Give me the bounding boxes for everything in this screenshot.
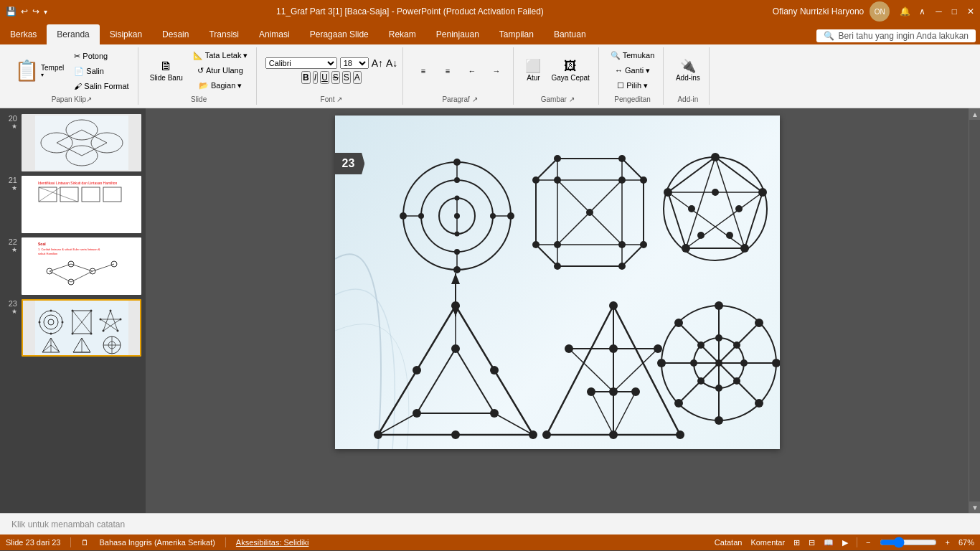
tab-file[interactable]: Berkas [0,24,47,44]
slide-img-21[interactable]: Identifikasi Lintasan Sirkuit dan Lintas… [22,176,141,233]
svg-point-35 [50,310,52,312]
svg-marker-129 [417,349,494,413]
find-btn[interactable]: 🔍 Temukan [606,49,659,62]
addins-label: Add-in [677,93,698,103]
copy-btn[interactable]: 📄 Salin [70,65,133,78]
atur-ulang-btn[interactable]: ↺ Atur Ulang [189,64,253,77]
slide-btns: 🗎 Slide Baru 📐 Tata Letak ▾ ↺ Atur Ulang… [146,49,253,93]
cut-btn[interactable]: ✂ Potong [70,50,133,63]
zoom-in[interactable]: + [946,538,950,547]
svg-text:sirkuit Hamilton: sirkuit Hamilton [38,252,57,255]
avatar: ON [870,1,890,22]
slide-img-22[interactable]: Soal 1. Carilah lintasan & sirkuit Euler… [22,237,141,295]
slide-img-20[interactable] [22,114,141,171]
scroll-down[interactable]: ▼ [969,501,980,513]
indent-inc-btn[interactable]: → [485,65,508,77]
tempel-btn[interactable]: 📋 Tempel ▾ [10,59,68,83]
svg-point-117 [740,244,749,253]
minimize-btn[interactable]: ─ [936,6,942,17]
tab-rekam[interactable]: Rekam [379,24,426,44]
font-size-up[interactable]: A↑ [372,57,383,69]
bullets-btn[interactable]: ≡ [412,65,435,77]
quick-style-btn[interactable]: 🖼 Gaya Cepat [547,57,593,84]
notes-bar[interactable]: Klik untuk menambah catatan [0,513,980,534]
svg-point-81 [454,196,459,201]
strikethrough-btn[interactable]: S [331,71,340,84]
addins-btn[interactable]: 🔌 Add-ins [672,57,705,84]
arrange-btn[interactable]: ⬜ Atur [521,57,545,84]
svg-point-121 [735,205,743,212]
title-right: Ofiany Nurrizki Haryono ON 🔔 ∧ ─ □ ✕ [773,1,974,22]
underline-btn[interactable]: U [320,71,329,84]
slide-num-col-20: 20 ★ [4,114,17,130]
indent-dec-btn[interactable]: ← [461,65,484,77]
notes-btn[interactable]: Catatan [715,538,743,547]
view-reading[interactable]: 📖 [824,538,834,547]
shadow-btn[interactable]: S [342,71,351,84]
tab-desain[interactable]: Desain [152,24,199,44]
undo-icon[interactable]: ↩ [21,6,28,17]
svg-point-122 [726,232,733,239]
font-size-select[interactable]: 18 [340,57,369,69]
right-scrollbar[interactable]: ▲ ▼ [969,108,980,513]
svg-point-119 [664,188,672,197]
bold-btn[interactable]: B [301,71,311,84]
svg-point-174 [715,334,722,342]
slide-label: Slide [191,93,207,103]
view-normal[interactable]: ⊞ [793,538,800,547]
maximize-btn[interactable]: □ [952,6,957,17]
format-painter-btn[interactable]: 🖌 Salin Format [70,80,133,93]
save-icon[interactable]: 💾 [6,6,17,17]
language-indicator: 🗒 [81,538,89,547]
canvas-area: 23 [146,108,969,513]
view-slide-sorter[interactable]: ⊟ [809,538,815,547]
search-icon: 🔍 [824,31,834,41]
tab-peninjauan[interactable]: Peninjauan [426,24,489,44]
group-papan-klip: 📋 Tempel ▾ ✂ Potong 📄 Salin 🖌 Salin Form… [6,47,138,105]
slide-canvas[interactable]: 23 [335,116,780,449]
select-btn[interactable]: ☐ Pilih ▾ [613,79,652,93]
clipboard-small-btns: ✂ Potong 📄 Salin 🖌 Salin Format [70,50,133,93]
slide-badge-num: 23 [342,157,355,169]
view-slideshow[interactable]: ▶ [842,538,848,547]
accessibility-label[interactable]: Aksesibilitas: Selidiki [236,538,308,547]
font-family-select[interactable]: Calibri [265,57,337,69]
slide-thumb-22[interactable]: 22 ★ Soal 1. Carilah lintasan & sirkuit … [4,237,141,295]
slide-thumb-21[interactable]: 21 ★ Identifikasi Lintasan Sirkuit dan L… [4,176,141,233]
tab-bantuan[interactable]: Bantuan [544,24,596,44]
tab-sisipkan[interactable]: Sisipkan [100,24,152,44]
group-font: Calibri 18 A↑ A↓ B I U S S A Font ↗ [260,47,403,105]
italic-btn[interactable]: I [313,71,318,84]
numbering-btn[interactable]: ≡ [436,65,459,77]
slide-thumb-23[interactable]: 23 ★ [4,299,141,357]
svg-point-181 [733,377,740,385]
tab-peragaan[interactable]: Peragaan Slide [300,24,379,44]
tab-transisi[interactable]: Transisi [199,24,249,44]
slide-baru-btn[interactable]: 🗎 Slide Baru [146,57,187,84]
ribbon-search[interactable]: 🔍 Beri tahu yang ingin Anda lakukan [816,29,976,42]
ribbon-collapse[interactable]: ∧ [919,6,925,17]
font-size-down[interactable]: A↓ [386,57,397,69]
svg-point-146 [609,301,618,310]
slide-thumb-20[interactable]: 20 ★ [4,114,141,171]
zoom-level[interactable]: 67% [958,538,974,547]
font-color-btn[interactable]: A [353,71,362,84]
slide-img-23[interactable] [22,299,141,357]
comments-btn[interactable]: Komentar [750,538,785,547]
tab-animasi[interactable]: Animasi [249,24,300,44]
tab-beranda[interactable]: Beranda [47,24,99,44]
scroll-up[interactable]: ▲ [969,108,980,120]
close-btn[interactable]: ✕ [967,6,974,17]
svg-point-139 [413,366,421,375]
slide-num-23: 23 [4,299,17,308]
tata-letak-btn[interactable]: 📐 Tata Letak ▾ [189,49,253,62]
zoom-slider[interactable] [880,537,937,548]
svg-point-45 [90,333,92,335]
svg-point-180 [697,377,705,385]
tab-tampilan[interactable]: Tampilan [489,24,544,44]
replace-btn[interactable]: ↔ Ganti ▾ [611,64,654,77]
svg-point-108 [664,157,767,260]
bagian-btn[interactable]: 📂 Bagian ▾ [189,79,253,93]
zoom-out[interactable]: − [866,538,870,547]
redo-icon[interactable]: ↪ [32,6,39,17]
